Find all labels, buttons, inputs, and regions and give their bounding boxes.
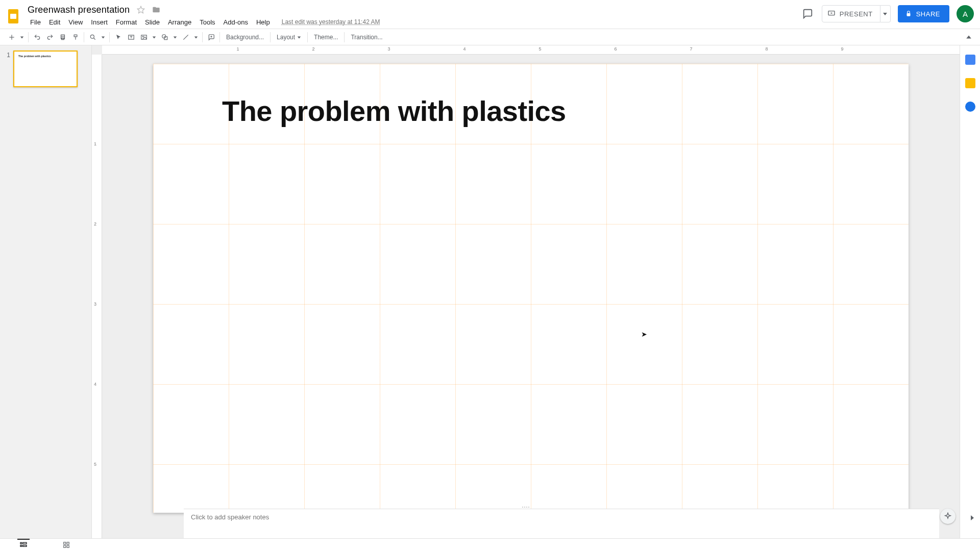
canvas-scroll[interactable]: The problem with plastics bbox=[102, 55, 960, 538]
menu-slide[interactable]: Slide bbox=[141, 17, 163, 27]
textbox-tool[interactable] bbox=[125, 31, 137, 43]
slide-thumb-number: 1 bbox=[4, 51, 10, 87]
theme-button[interactable]: Theme... bbox=[310, 31, 342, 43]
paint-format-button[interactable] bbox=[69, 31, 82, 43]
line-tool[interactable] bbox=[179, 31, 192, 43]
filmstrip-view-button[interactable] bbox=[17, 540, 30, 549]
svg-rect-6 bbox=[906, 13, 910, 16]
undo-button[interactable] bbox=[31, 31, 43, 43]
separator bbox=[109, 32, 110, 42]
menu-view[interactable]: View bbox=[65, 17, 86, 27]
ruler-h-tick: 6 bbox=[614, 46, 617, 52]
doc-title[interactable]: Greenwash presentation bbox=[27, 5, 131, 15]
slide-thumb[interactable]: The problem with plastics bbox=[13, 51, 78, 87]
svg-rect-38 bbox=[67, 545, 69, 547]
ruler-v-tick: 3 bbox=[94, 302, 96, 307]
expand-sidepanel-icon[interactable] bbox=[970, 514, 975, 523]
svg-rect-35 bbox=[64, 542, 66, 544]
calendar-icon[interactable] bbox=[965, 55, 975, 65]
ruler-h-tick: 3 bbox=[387, 46, 390, 52]
separator bbox=[202, 32, 203, 42]
svg-rect-31 bbox=[20, 542, 22, 544]
select-tool[interactable] bbox=[112, 31, 125, 43]
titlebar-actions: PRESENT SHARE A bbox=[800, 5, 974, 22]
line-dropdown[interactable] bbox=[192, 31, 200, 43]
transition-button[interactable]: Transition... bbox=[347, 31, 386, 43]
speaker-notes[interactable]: Click to add speaker notes bbox=[184, 509, 939, 538]
separator bbox=[84, 32, 84, 42]
zoom-button[interactable] bbox=[86, 31, 99, 43]
menu-tools[interactable]: Tools bbox=[196, 17, 218, 27]
background-button[interactable]: Background... bbox=[222, 31, 268, 43]
speaker-notes-placeholder: Click to add speaker notes bbox=[191, 513, 269, 521]
present-group: PRESENT bbox=[822, 5, 891, 22]
print-button[interactable] bbox=[56, 31, 69, 43]
slide-thumb-title: The problem with plastics bbox=[18, 55, 51, 58]
image-dropdown[interactable] bbox=[150, 31, 158, 43]
folder-icon[interactable] bbox=[151, 5, 161, 15]
share-button[interactable]: SHARE bbox=[898, 5, 949, 22]
ruler-h-tick: 7 bbox=[690, 46, 692, 52]
present-dropdown[interactable] bbox=[880, 5, 891, 22]
comment-insert-button[interactable] bbox=[205, 31, 217, 43]
keep-icon[interactable] bbox=[965, 78, 975, 88]
svg-marker-5 bbox=[883, 13, 887, 15]
menu-insert[interactable]: Insert bbox=[87, 17, 111, 27]
svg-point-12 bbox=[90, 35, 94, 38]
last-edit-link[interactable]: Last edit was yesterday at 11:42 AM bbox=[280, 17, 382, 27]
redo-button[interactable] bbox=[43, 31, 56, 43]
svg-marker-2 bbox=[137, 6, 144, 13]
layout-label: Layout bbox=[277, 34, 295, 41]
filmstrip: 1 The problem with plastics bbox=[0, 45, 92, 538]
separator bbox=[28, 32, 29, 42]
new-slide-dropdown[interactable] bbox=[18, 31, 26, 43]
zoom-dropdown[interactable] bbox=[99, 31, 107, 43]
ruler-h-tick: 1 bbox=[236, 46, 239, 52]
present-button[interactable]: PRESENT bbox=[822, 5, 880, 22]
tasks-icon[interactable] bbox=[965, 102, 975, 112]
svg-rect-34 bbox=[23, 545, 27, 547]
svg-marker-28 bbox=[298, 36, 301, 38]
ruler-h-tick: 8 bbox=[765, 46, 768, 52]
svg-marker-4 bbox=[830, 12, 832, 14]
menu-edit[interactable]: Edit bbox=[45, 17, 64, 27]
ruler-h-tick: 5 bbox=[538, 46, 541, 52]
shape-tool[interactable] bbox=[158, 31, 171, 43]
shape-dropdown[interactable] bbox=[171, 31, 179, 43]
slide-title-text[interactable]: The problem with plastics bbox=[222, 94, 566, 128]
menu-arrange[interactable]: Arrange bbox=[164, 17, 195, 27]
svg-rect-18 bbox=[141, 35, 146, 39]
ruler-v-tick: 1 bbox=[94, 141, 96, 146]
svg-rect-33 bbox=[23, 542, 27, 544]
grid-view-button[interactable] bbox=[60, 540, 72, 549]
comments-icon[interactable] bbox=[800, 7, 815, 21]
collapse-toolbar-icon[interactable] bbox=[963, 31, 975, 43]
avatar[interactable]: A bbox=[957, 5, 974, 22]
menu-file[interactable]: File bbox=[27, 17, 44, 27]
present-label: PRESENT bbox=[840, 10, 873, 18]
svg-line-24 bbox=[183, 35, 188, 39]
explore-button[interactable] bbox=[940, 509, 955, 524]
separator bbox=[344, 32, 345, 42]
svg-rect-1 bbox=[10, 14, 16, 19]
ruler-horizontal[interactable]: 123456789 bbox=[102, 45, 960, 55]
canvas-area: 123456789 12345 The problem with plastic… bbox=[92, 45, 960, 538]
image-tool[interactable] bbox=[137, 31, 150, 43]
separator bbox=[307, 32, 308, 42]
title-row: Greenwash presentation bbox=[27, 4, 382, 15]
toolbar: Background... Layout Theme... Transition… bbox=[0, 29, 980, 45]
ruler-vertical[interactable]: 12345 bbox=[92, 55, 102, 538]
svg-rect-36 bbox=[67, 542, 69, 544]
separator bbox=[270, 32, 271, 42]
active-view-indicator bbox=[17, 539, 30, 540]
new-slide-button[interactable] bbox=[5, 31, 18, 43]
menu-addons[interactable]: Add-ons bbox=[220, 17, 252, 27]
svg-marker-29 bbox=[966, 35, 971, 38]
slides-logo[interactable] bbox=[4, 7, 22, 26]
layout-button[interactable]: Layout bbox=[273, 31, 305, 43]
star-icon[interactable] bbox=[136, 5, 146, 15]
svg-marker-14 bbox=[102, 36, 105, 38]
menu-help[interactable]: Help bbox=[253, 17, 274, 27]
slide-canvas[interactable]: The problem with plastics bbox=[153, 64, 909, 513]
menu-format[interactable]: Format bbox=[112, 17, 140, 27]
